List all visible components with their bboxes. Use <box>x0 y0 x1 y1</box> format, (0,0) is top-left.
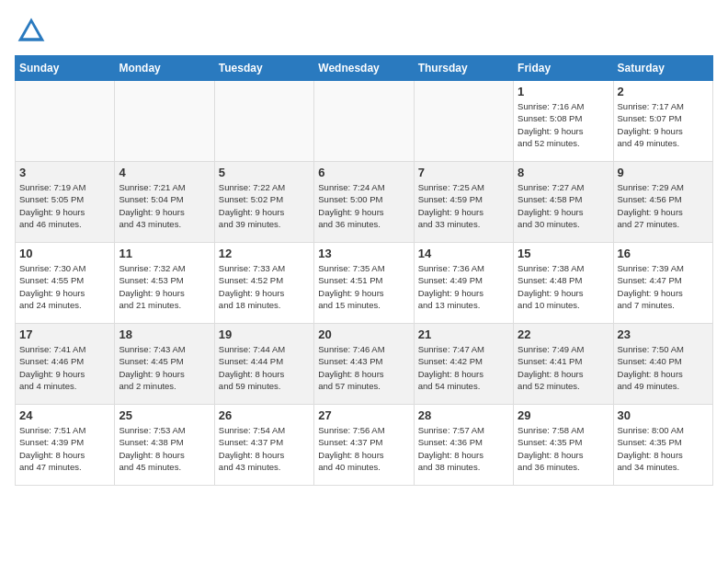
calendar-cell: 17Sunrise: 7:41 AM Sunset: 4:46 PM Dayli… <box>16 324 115 405</box>
calendar-cell: 12Sunrise: 7:33 AM Sunset: 4:52 PM Dayli… <box>214 243 313 324</box>
calendar-cell: 22Sunrise: 7:49 AM Sunset: 4:41 PM Dayli… <box>514 324 613 405</box>
header-day-thursday: Thursday <box>414 56 513 81</box>
day-info: Sunrise: 7:58 AM Sunset: 4:35 PM Dayligh… <box>518 424 609 473</box>
day-number: 26 <box>219 408 310 422</box>
day-info: Sunrise: 7:50 AM Sunset: 4:40 PM Dayligh… <box>618 343 709 392</box>
calendar-cell: 30Sunrise: 8:00 AM Sunset: 4:35 PM Dayli… <box>613 405 712 486</box>
calendar-cell: 15Sunrise: 7:38 AM Sunset: 4:48 PM Dayli… <box>514 243 613 324</box>
day-number: 14 <box>418 247 509 260</box>
day-info: Sunrise: 7:17 AM Sunset: 5:07 PM Dayligh… <box>618 100 709 149</box>
calendar-cell: 28Sunrise: 7:57 AM Sunset: 4:36 PM Dayli… <box>414 405 513 486</box>
calendar-cell: 8Sunrise: 7:27 AM Sunset: 4:58 PM Daylig… <box>514 162 613 243</box>
day-info: Sunrise: 7:43 AM Sunset: 4:45 PM Dayligh… <box>119 343 210 392</box>
logo-icon <box>15 15 48 48</box>
day-number: 6 <box>318 166 409 179</box>
day-info: Sunrise: 7:24 AM Sunset: 5:00 PM Dayligh… <box>318 181 409 230</box>
day-info: Sunrise: 7:36 AM Sunset: 4:49 PM Dayligh… <box>418 262 509 311</box>
day-info: Sunrise: 7:27 AM Sunset: 4:58 PM Dayligh… <box>518 181 609 230</box>
day-info: Sunrise: 7:22 AM Sunset: 5:02 PM Dayligh… <box>219 181 310 230</box>
calendar-cell: 5Sunrise: 7:22 AM Sunset: 5:02 PM Daylig… <box>214 162 313 243</box>
day-number: 16 <box>618 247 709 260</box>
day-number: 20 <box>318 327 409 341</box>
header-day-sunday: Sunday <box>16 56 115 81</box>
day-info: Sunrise: 7:44 AM Sunset: 4:44 PM Dayligh… <box>219 343 310 392</box>
calendar-header: SundayMondayTuesdayWednesdayThursdayFrid… <box>16 56 713 81</box>
day-number: 23 <box>618 327 709 341</box>
day-info: Sunrise: 7:57 AM Sunset: 4:36 PM Dayligh… <box>418 424 509 473</box>
calendar-cell: 3Sunrise: 7:19 AM Sunset: 5:05 PM Daylig… <box>16 162 115 243</box>
calendar-cell: 14Sunrise: 7:36 AM Sunset: 4:49 PM Dayli… <box>414 243 513 324</box>
day-info: Sunrise: 7:35 AM Sunset: 4:51 PM Dayligh… <box>318 262 409 311</box>
day-info: Sunrise: 7:54 AM Sunset: 4:37 PM Dayligh… <box>219 424 310 473</box>
day-number: 12 <box>219 247 310 260</box>
day-info: Sunrise: 7:33 AM Sunset: 4:52 PM Dayligh… <box>219 262 310 311</box>
day-number: 18 <box>119 327 210 341</box>
day-info: Sunrise: 7:46 AM Sunset: 4:43 PM Dayligh… <box>318 343 409 392</box>
header-row: SundayMondayTuesdayWednesdayThursdayFrid… <box>16 56 713 81</box>
day-info: Sunrise: 7:51 AM Sunset: 4:39 PM Dayligh… <box>19 424 110 473</box>
calendar-cell: 16Sunrise: 7:39 AM Sunset: 4:47 PM Dayli… <box>613 243 712 324</box>
day-number: 1 <box>518 85 609 98</box>
calendar-cell <box>414 81 513 162</box>
calendar-cell <box>16 81 115 162</box>
page-header <box>15 15 713 48</box>
day-number: 10 <box>19 247 110 260</box>
day-info: Sunrise: 7:32 AM Sunset: 4:53 PM Dayligh… <box>119 262 210 311</box>
day-number: 4 <box>119 166 210 179</box>
calendar-cell: 24Sunrise: 7:51 AM Sunset: 4:39 PM Dayli… <box>16 405 115 486</box>
calendar-cell: 27Sunrise: 7:56 AM Sunset: 4:37 PM Dayli… <box>314 405 414 486</box>
calendar-week-5: 24Sunrise: 7:51 AM Sunset: 4:39 PM Dayli… <box>16 405 713 486</box>
day-number: 30 <box>618 408 709 422</box>
day-info: Sunrise: 7:21 AM Sunset: 5:04 PM Dayligh… <box>119 181 210 230</box>
day-info: Sunrise: 7:29 AM Sunset: 4:56 PM Dayligh… <box>618 181 709 230</box>
calendar-cell: 10Sunrise: 7:30 AM Sunset: 4:55 PM Dayli… <box>16 243 115 324</box>
day-number: 3 <box>19 166 110 179</box>
calendar-cell: 21Sunrise: 7:47 AM Sunset: 4:42 PM Dayli… <box>414 324 513 405</box>
calendar-cell: 2Sunrise: 7:17 AM Sunset: 5:07 PM Daylig… <box>613 81 712 162</box>
calendar-cell: 6Sunrise: 7:24 AM Sunset: 5:00 PM Daylig… <box>314 162 414 243</box>
day-info: Sunrise: 7:25 AM Sunset: 4:59 PM Dayligh… <box>418 181 509 230</box>
header-day-monday: Monday <box>115 56 214 81</box>
day-info: Sunrise: 7:53 AM Sunset: 4:38 PM Dayligh… <box>119 424 210 473</box>
calendar-cell: 29Sunrise: 7:58 AM Sunset: 4:35 PM Dayli… <box>514 405 613 486</box>
calendar-cell: 1Sunrise: 7:16 AM Sunset: 5:08 PM Daylig… <box>514 81 613 162</box>
calendar-cell: 19Sunrise: 7:44 AM Sunset: 4:44 PM Dayli… <box>214 324 313 405</box>
day-info: Sunrise: 7:16 AM Sunset: 5:08 PM Dayligh… <box>518 100 609 149</box>
calendar-week-1: 1Sunrise: 7:16 AM Sunset: 5:08 PM Daylig… <box>16 81 713 162</box>
day-number: 7 <box>418 166 509 179</box>
calendar-cell <box>314 81 414 162</box>
calendar-cell <box>214 81 313 162</box>
header-day-friday: Friday <box>514 56 613 81</box>
calendar-cell: 13Sunrise: 7:35 AM Sunset: 4:51 PM Dayli… <box>314 243 414 324</box>
calendar-cell: 23Sunrise: 7:50 AM Sunset: 4:40 PM Dayli… <box>613 324 712 405</box>
day-number: 25 <box>119 408 210 422</box>
header-day-saturday: Saturday <box>613 56 712 81</box>
day-number: 17 <box>19 327 110 341</box>
calendar-cell: 11Sunrise: 7:32 AM Sunset: 4:53 PM Dayli… <box>115 243 214 324</box>
day-number: 19 <box>219 327 310 341</box>
header-day-wednesday: Wednesday <box>314 56 414 81</box>
day-number: 8 <box>518 166 609 179</box>
day-number: 5 <box>219 166 310 179</box>
day-info: Sunrise: 7:49 AM Sunset: 4:41 PM Dayligh… <box>518 343 609 392</box>
day-number: 9 <box>618 166 709 179</box>
day-number: 13 <box>318 247 409 260</box>
calendar-cell: 9Sunrise: 7:29 AM Sunset: 4:56 PM Daylig… <box>613 162 712 243</box>
day-number: 29 <box>518 408 609 422</box>
calendar-body: 1Sunrise: 7:16 AM Sunset: 5:08 PM Daylig… <box>16 81 713 486</box>
calendar-cell: 20Sunrise: 7:46 AM Sunset: 4:43 PM Dayli… <box>314 324 414 405</box>
day-number: 2 <box>618 85 709 98</box>
calendar-cell: 18Sunrise: 7:43 AM Sunset: 4:45 PM Dayli… <box>115 324 214 405</box>
calendar-cell: 25Sunrise: 7:53 AM Sunset: 4:38 PM Dayli… <box>115 405 214 486</box>
day-info: Sunrise: 7:19 AM Sunset: 5:05 PM Dayligh… <box>19 181 110 230</box>
day-info: Sunrise: 7:41 AM Sunset: 4:46 PM Dayligh… <box>19 343 110 392</box>
day-number: 24 <box>19 408 110 422</box>
calendar-cell: 4Sunrise: 7:21 AM Sunset: 5:04 PM Daylig… <box>115 162 214 243</box>
calendar-week-2: 3Sunrise: 7:19 AM Sunset: 5:05 PM Daylig… <box>16 162 713 243</box>
calendar-week-3: 10Sunrise: 7:30 AM Sunset: 4:55 PM Dayli… <box>16 243 713 324</box>
calendar-week-4: 17Sunrise: 7:41 AM Sunset: 4:46 PM Dayli… <box>16 324 713 405</box>
day-number: 15 <box>518 247 609 260</box>
calendar-table: SundayMondayTuesdayWednesdayThursdayFrid… <box>15 55 713 486</box>
day-number: 22 <box>518 327 609 341</box>
day-number: 28 <box>418 408 509 422</box>
